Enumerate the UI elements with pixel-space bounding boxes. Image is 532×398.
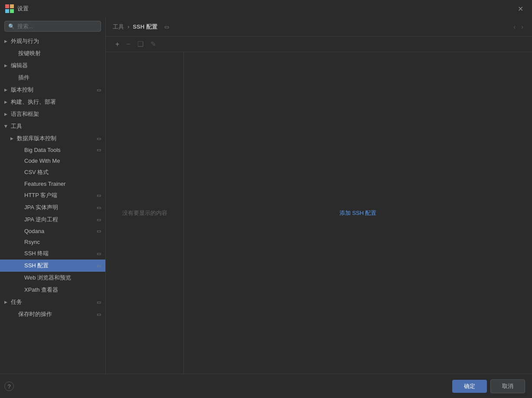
sidebar-item-jpa-entity[interactable]: JPA 实体声明▭ bbox=[0, 201, 105, 214]
close-button[interactable]: ✕ bbox=[514, 3, 527, 15]
sidebar-item-rsync[interactable]: Rsync bbox=[0, 237, 105, 247]
sidebar-item-db-vcs[interactable]: ▶数据库版本控制▭ bbox=[0, 132, 105, 145]
sidebar-item-label: Qodana bbox=[24, 228, 44, 234]
breadcrumb-reset-icon[interactable]: ▭ bbox=[164, 24, 169, 30]
bottom-bar: ? 确定 取消 bbox=[0, 374, 532, 398]
sidebar-item-label: 版本控制 bbox=[11, 86, 33, 94]
title-bar-left: 设置 bbox=[5, 4, 29, 13]
sidebar-item-build[interactable]: ▶构建、执行、部署 bbox=[0, 96, 105, 108]
sidebar-item-xpath[interactable]: XPath 查看器 bbox=[0, 284, 105, 296]
sidebar-item-web-browser[interactable]: Web 浏览器和预览 bbox=[0, 272, 105, 284]
chevron-icon: ▶ bbox=[4, 300, 7, 304]
sidebar-item-tasks[interactable]: ▶任务▭ bbox=[0, 296, 105, 308]
sidebar-item-jpa-reverse[interactable]: JPA 逆向工程▭ bbox=[0, 214, 105, 226]
chevron-icon: ▶ bbox=[4, 125, 8, 128]
nav-arrows: ‹ › bbox=[512, 23, 525, 31]
svg-rect-1 bbox=[10, 4, 14, 8]
sidebar-item-label: Features Trainer bbox=[24, 181, 65, 187]
edit-button[interactable]: ✎ bbox=[148, 39, 159, 49]
detail-panel: 添加 SSH 配置 bbox=[184, 52, 532, 374]
toolbar: + − ❑ ✎ bbox=[106, 36, 532, 52]
search-box[interactable]: 🔍 bbox=[4, 21, 101, 32]
title-bar: 设置 ✕ bbox=[0, 0, 532, 17]
svg-rect-2 bbox=[5, 9, 9, 13]
sidebar-item-csv-format[interactable]: CSV 格式 bbox=[0, 166, 105, 178]
item-settings-icon: ▭ bbox=[97, 87, 101, 93]
item-settings-icon: ▭ bbox=[97, 136, 101, 141]
breadcrumb-parent[interactable]: 工具 bbox=[113, 23, 124, 31]
item-settings-icon: ▭ bbox=[97, 312, 101, 317]
sidebar-item-qodana[interactable]: Qodana▭ bbox=[0, 226, 105, 237]
remove-button[interactable]: − bbox=[124, 39, 133, 49]
sidebar-item-label: Web 浏览器和预览 bbox=[24, 274, 71, 282]
sidebar-items-container: ▶外观与行为按键映射▶编辑器插件▶版本控制▭▶构建、执行、部署▶语言和框架▶工具… bbox=[0, 35, 105, 320]
sidebar-item-save-actions[interactable]: 保存时的操作▭ bbox=[0, 308, 105, 320]
item-settings-icon: ▭ bbox=[97, 251, 101, 257]
sidebar-item-lang[interactable]: ▶语言和框架 bbox=[0, 108, 105, 120]
sidebar-item-code-with-me[interactable]: Code With Me bbox=[0, 155, 105, 166]
sidebar-item-label: 保存时的操作 bbox=[18, 310, 52, 318]
copy-button[interactable]: ❑ bbox=[135, 39, 146, 49]
sidebar-item-features-trainer[interactable]: Features Trainer bbox=[0, 178, 105, 189]
search-icon: 🔍 bbox=[8, 23, 15, 30]
sidebar-item-label: Code With Me bbox=[24, 158, 60, 164]
breadcrumb-bar: 工具 › SSH 配置 ▭ ‹ › bbox=[106, 17, 532, 36]
chevron-icon: ▶ bbox=[10, 136, 13, 141]
breadcrumb-separator: › bbox=[127, 23, 129, 30]
app-icon bbox=[5, 4, 14, 13]
sidebar-item-big-data[interactable]: Big Data Tools▭ bbox=[0, 145, 105, 155]
item-settings-icon: ▭ bbox=[97, 193, 101, 198]
chevron-icon: ▶ bbox=[4, 63, 7, 68]
sidebar-item-label: 语言和框架 bbox=[11, 110, 39, 118]
sidebar-item-label: CSV 格式 bbox=[24, 168, 49, 176]
sidebar-item-label: 插件 bbox=[18, 74, 29, 82]
nav-forward-arrow[interactable]: › bbox=[519, 23, 525, 31]
search-input[interactable] bbox=[17, 23, 97, 30]
sidebar-item-http-client[interactable]: HTTP 客户端▭ bbox=[0, 189, 105, 201]
sidebar-item-label: 工具 bbox=[11, 122, 22, 130]
add-button[interactable]: + bbox=[113, 39, 122, 49]
sidebar: 🔍 ▶外观与行为按键映射▶编辑器插件▶版本控制▭▶构建、执行、部署▶语言和框架▶… bbox=[0, 17, 106, 374]
sidebar-item-label: SSH 终端 bbox=[24, 250, 49, 257]
sidebar-item-keymap[interactable]: 按键映射 bbox=[0, 47, 105, 59]
empty-text: 没有要显示的内容 bbox=[122, 209, 167, 217]
chevron-icon: ▶ bbox=[4, 112, 7, 116]
chevron-icon: ▶ bbox=[4, 100, 7, 104]
sidebar-item-ssh-terminal[interactable]: SSH 终端▭ bbox=[0, 247, 105, 260]
add-ssh-link[interactable]: 添加 SSH 配置 bbox=[339, 209, 377, 217]
sidebar-item-editor[interactable]: ▶编辑器 bbox=[0, 59, 105, 72]
item-settings-icon: ▭ bbox=[97, 263, 101, 269]
sidebar-item-label: 外观与行为 bbox=[11, 37, 39, 45]
sidebar-item-label: JPA 逆向工程 bbox=[24, 216, 58, 224]
sidebar-item-label: Big Data Tools bbox=[24, 147, 61, 153]
sidebar-item-label: Rsync bbox=[24, 239, 40, 245]
confirm-button[interactable]: 确定 bbox=[452, 380, 487, 393]
svg-rect-3 bbox=[10, 9, 14, 13]
sidebar-item-label: XPath 查看器 bbox=[24, 286, 58, 294]
sidebar-item-ssh-config[interactable]: SSH 配置▭ bbox=[0, 260, 105, 272]
help-button[interactable]: ? bbox=[4, 382, 14, 391]
sidebar-item-label: 编辑器 bbox=[11, 62, 28, 69]
item-settings-icon: ▭ bbox=[97, 205, 101, 211]
sidebar-item-plugins[interactable]: 插件 bbox=[0, 72, 105, 84]
list-panel: 没有要显示的内容 bbox=[106, 52, 184, 374]
breadcrumb-current: SSH 配置 bbox=[133, 23, 157, 31]
nav-back-arrow[interactable]: ‹ bbox=[512, 23, 517, 31]
sidebar-item-label: 数据库版本控制 bbox=[17, 135, 56, 142]
chevron-icon: ▶ bbox=[4, 39, 7, 43]
sidebar-item-appearance[interactable]: ▶外观与行为 bbox=[0, 35, 105, 47]
sidebar-item-tools[interactable]: ▶工具 bbox=[0, 120, 105, 132]
sidebar-item-label: SSH 配置 bbox=[24, 262, 49, 270]
window-title: 设置 bbox=[17, 5, 29, 13]
sidebar-item-vcs[interactable]: ▶版本控制▭ bbox=[0, 84, 105, 96]
item-settings-icon: ▭ bbox=[97, 217, 101, 223]
item-settings-icon: ▭ bbox=[97, 299, 101, 305]
svg-rect-0 bbox=[5, 4, 9, 8]
item-settings-icon: ▭ bbox=[97, 147, 101, 153]
cancel-button[interactable]: 取消 bbox=[490, 379, 525, 393]
sidebar-item-label: JPA 实体声明 bbox=[24, 204, 58, 211]
content-area: 工具 › SSH 配置 ▭ ‹ › + − ❑ ✎ 没有要显示的内容 添加 SS… bbox=[106, 17, 532, 374]
main-layout: 🔍 ▶外观与行为按键映射▶编辑器插件▶版本控制▭▶构建、执行、部署▶语言和框架▶… bbox=[0, 17, 532, 374]
item-settings-icon: ▭ bbox=[97, 228, 101, 234]
sidebar-item-label: 按键映射 bbox=[18, 49, 41, 57]
